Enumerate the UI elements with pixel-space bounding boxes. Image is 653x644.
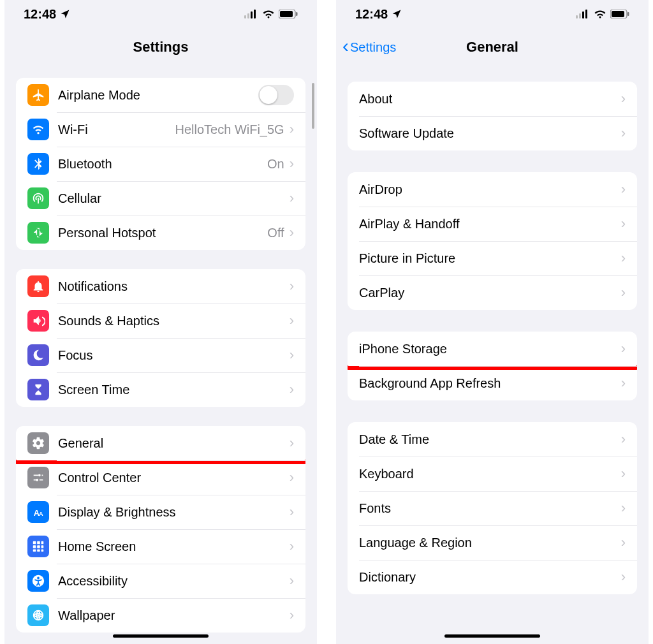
row-fonts[interactable]: Fonts› bbox=[348, 491, 637, 525]
row-carplay[interactable]: CarPlay› bbox=[348, 275, 637, 310]
row-label: Bluetooth bbox=[58, 157, 112, 172]
chevron-right-icon: › bbox=[621, 500, 626, 516]
row-label: Wi-Fi bbox=[58, 122, 88, 137]
chevron-right-icon: › bbox=[621, 284, 626, 301]
row-label: Airplane Mode bbox=[58, 88, 140, 103]
back-button[interactable]: ‹ Settings bbox=[342, 38, 396, 57]
chevron-right-icon: › bbox=[290, 156, 294, 172]
row-cellular[interactable]: Cellular› bbox=[16, 181, 305, 216]
status-time: 12:48 bbox=[24, 7, 56, 22]
row-label: Fonts bbox=[359, 501, 391, 516]
svg-rect-9 bbox=[33, 541, 36, 545]
row-dictionary[interactable]: Dictionary› bbox=[348, 560, 637, 594]
chevron-right-icon: › bbox=[290, 573, 294, 589]
chevron-right-icon: › bbox=[621, 340, 626, 357]
row-value: On bbox=[267, 157, 284, 172]
svg-rect-13 bbox=[37, 545, 40, 548]
row-home-screen[interactable]: Home Screen› bbox=[16, 529, 305, 564]
row-about[interactable]: About› bbox=[348, 82, 637, 116]
chevron-right-icon: › bbox=[290, 278, 294, 295]
row-label: Personal Hotspot bbox=[58, 226, 156, 240]
chevron-right-icon: › bbox=[621, 375, 626, 392]
toggle[interactable] bbox=[258, 85, 294, 105]
chevron-right-icon: › bbox=[290, 435, 294, 451]
row-label: Home Screen bbox=[58, 539, 136, 554]
row-airdrop[interactable]: AirDrop› bbox=[348, 172, 637, 207]
row-wallpaper[interactable]: Wallpaper› bbox=[16, 598, 305, 633]
svg-rect-3 bbox=[254, 10, 256, 18]
row-software-update[interactable]: Software Update› bbox=[348, 116, 637, 150]
svg-rect-23 bbox=[579, 13, 581, 18]
status-time: 12:48 bbox=[355, 7, 388, 22]
location-icon bbox=[60, 9, 70, 19]
chevron-right-icon: › bbox=[290, 504, 294, 520]
chevron-right-icon: › bbox=[290, 381, 294, 398]
row-label: AirDrop bbox=[359, 182, 402, 197]
row-picture-in-picture[interactable]: Picture in Picture› bbox=[348, 241, 637, 275]
hourglass-icon bbox=[27, 379, 49, 400]
chevron-right-icon: › bbox=[290, 312, 294, 329]
chevron-right-icon: › bbox=[290, 607, 294, 624]
row-label: Date & Time bbox=[359, 432, 429, 447]
textsize-icon: AA bbox=[27, 501, 49, 523]
row-label: Sounds & Haptics bbox=[58, 314, 159, 328]
row-display-brightness[interactable]: AADisplay & Brightness› bbox=[16, 495, 305, 529]
svg-rect-25 bbox=[585, 10, 587, 18]
row-label: Background App Refresh bbox=[359, 376, 501, 391]
row-value: HelloTech WiFi_5G bbox=[175, 122, 284, 137]
row-bluetooth[interactable]: BluetoothOn› bbox=[16, 147, 305, 181]
page-title: Settings bbox=[133, 39, 189, 55]
row-screen-time[interactable]: Screen Time› bbox=[16, 372, 305, 407]
scroll-indicator[interactable] bbox=[312, 83, 314, 129]
row-label: Control Center bbox=[58, 471, 141, 485]
chevron-right-icon: › bbox=[290, 224, 294, 241]
svg-rect-6 bbox=[296, 12, 298, 16]
back-label: Settings bbox=[350, 40, 396, 55]
row-label: iPhone Storage bbox=[359, 342, 447, 356]
svg-rect-17 bbox=[41, 550, 44, 552]
row-general[interactable]: General› bbox=[16, 426, 305, 460]
nav-bar: ‹ Settings General bbox=[336, 28, 649, 66]
svg-rect-2 bbox=[251, 11, 253, 18]
row-background-app-refresh[interactable]: Background App Refresh› bbox=[348, 366, 637, 400]
chevron-right-icon: › bbox=[621, 431, 626, 448]
row-control-center[interactable]: Control Center› bbox=[16, 460, 305, 495]
wifi-icon bbox=[594, 10, 606, 18]
row-label: Screen Time bbox=[58, 383, 129, 397]
row-label: Accessibility bbox=[58, 574, 128, 589]
svg-rect-27 bbox=[612, 11, 624, 17]
hotspot-icon bbox=[27, 222, 49, 244]
svg-rect-1 bbox=[247, 13, 249, 18]
chevron-right-icon: › bbox=[621, 465, 626, 482]
row-keyboard[interactable]: Keyboard› bbox=[348, 457, 637, 491]
chevron-right-icon: › bbox=[621, 125, 626, 142]
row-personal-hotspot[interactable]: Personal HotspotOff› bbox=[16, 216, 305, 250]
status-bar: 12:48 bbox=[4, 0, 317, 28]
svg-point-21 bbox=[37, 614, 40, 617]
bluetooth-icon bbox=[27, 153, 49, 175]
row-focus[interactable]: Focus› bbox=[16, 338, 305, 372]
svg-rect-15 bbox=[33, 550, 36, 552]
battery-icon bbox=[610, 10, 629, 18]
chevron-right-icon: › bbox=[621, 569, 626, 585]
svg-rect-28 bbox=[627, 12, 629, 16]
row-label: Software Update bbox=[359, 126, 454, 141]
home-indicator[interactable] bbox=[444, 634, 540, 638]
chevron-right-icon: › bbox=[621, 91, 626, 107]
row-label: Language & Region bbox=[359, 536, 472, 550]
row-sounds-haptics[interactable]: Sounds & Haptics› bbox=[16, 304, 305, 338]
wifi-icon bbox=[27, 119, 49, 140]
home-indicator[interactable] bbox=[113, 634, 209, 638]
row-airplane-mode[interactable]: Airplane Mode bbox=[16, 78, 305, 112]
row-language-region[interactable]: Language & Region› bbox=[348, 525, 637, 560]
moon-icon bbox=[27, 344, 49, 366]
row-notifications[interactable]: Notifications› bbox=[16, 269, 305, 304]
row-accessibility[interactable]: Accessibility› bbox=[16, 564, 305, 598]
row-airplay-handoff[interactable]: AirPlay & Handoff› bbox=[348, 207, 637, 241]
row-date-time[interactable]: Date & Time› bbox=[348, 422, 637, 457]
svg-rect-14 bbox=[41, 545, 44, 548]
row-iphone-storage[interactable]: iPhone Storage› bbox=[348, 332, 637, 366]
apps-icon bbox=[27, 536, 49, 557]
chevron-right-icon: › bbox=[621, 534, 626, 551]
row-wi-fi[interactable]: Wi-FiHelloTech WiFi_5G› bbox=[16, 112, 305, 147]
